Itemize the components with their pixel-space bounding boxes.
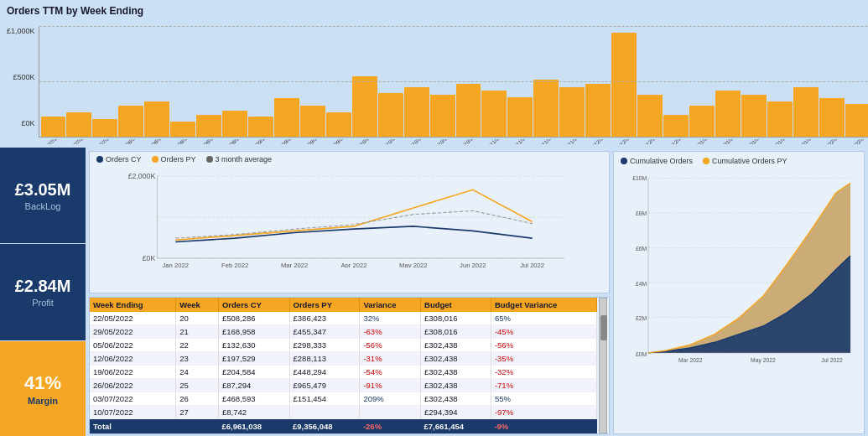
table-cell: 27 (176, 406, 219, 419)
bar-item (767, 101, 793, 137)
x-axis-label: 09/01/2022 (719, 139, 740, 144)
table-cell: 20 (176, 312, 219, 325)
x-axis-label: 16/01/2022 (745, 139, 766, 144)
line-chart-panel: Orders CY Orders PY 3 month average (89, 151, 610, 293)
table-cell: -54% (360, 366, 421, 379)
table-cell: 05/06/2022 (90, 339, 176, 352)
profit-label: Profit (32, 298, 54, 308)
x-axis-label: 13/02/2022 (849, 139, 868, 144)
x-axis-label: 31/10/2021 (458, 139, 479, 144)
table-cell: 10/07/2022 (90, 406, 176, 419)
footer-variance: -26% (360, 419, 421, 434)
table-cell: 22 (176, 339, 219, 352)
table-cell: £302,438 (421, 339, 491, 352)
bar-chart-title: Orders TTM by Week Ending (7, 5, 861, 17)
table-cell: 29/05/2022 (90, 325, 176, 339)
table-cell: -71% (491, 379, 596, 392)
table-cell: £386,423 (289, 312, 360, 325)
svg-text:Feb 2022: Feb 2022 (221, 262, 248, 267)
col-orders-cy: Orders CY (218, 298, 289, 312)
bar-item (456, 84, 481, 137)
table-cell: £151,454 (289, 392, 360, 406)
x-axis-label: 18/07/2021 (68, 139, 89, 144)
bar-item (326, 112, 351, 137)
x-axis-label: 19/09/2021 (302, 139, 323, 144)
table-scrollbar[interactable] (599, 298, 607, 433)
footer-orders-py: £9,356,048 (289, 419, 360, 434)
table-row: 12/06/202223£197,529£288,113-31%£302,438… (90, 352, 597, 366)
bar-chart-area: £1,000K £500K £0K 11/07/202118/07/202125… (7, 20, 861, 144)
data-table: Week Ending Week Orders CY Orders PY Var… (90, 298, 597, 433)
bar-item (689, 106, 715, 137)
svg-text:Jan 2022: Jan 2022 (163, 262, 189, 267)
kpi-backlog: £3.05M BackLog (0, 148, 86, 244)
x-axis-label: 10/10/2021 (380, 139, 401, 144)
bar-item (481, 91, 507, 137)
legend-cum-orders: Cumulative Orders (621, 157, 693, 165)
svg-text:Apr 2022: Apr 2022 (340, 262, 366, 267)
col-orders-py: Orders PY (289, 298, 360, 312)
bar-item (222, 111, 247, 137)
table-cell: £288,113 (289, 352, 360, 366)
table-cell: -63% (360, 325, 421, 339)
right-section: Cumulative Orders Cumulative Orders PY £… (613, 151, 865, 434)
x-axis-label: 30/01/2022 (797, 139, 818, 144)
bar-item (66, 112, 91, 137)
table-cell: 209% (360, 392, 421, 406)
bar-item (352, 76, 377, 137)
kpi-panel: £3.05M BackLog £2.84M Profit 41% Margin (0, 148, 86, 436)
x-axis-label: 29/08/2021 (224, 139, 245, 144)
kpi-profit: £2.84M Profit (0, 244, 86, 340)
x-axis-label: 12/12/2021 (615, 139, 636, 144)
legend-cum-orders-py: Cumulative Orders PY (703, 157, 787, 165)
table-cell: £204,584 (218, 366, 289, 379)
svg-text:£6M: £6M (636, 246, 647, 252)
x-axis-label: 07/11/2021 (484, 139, 505, 144)
table-cell (360, 406, 421, 419)
bar-item (715, 91, 741, 137)
table-cell: £87,294 (218, 379, 289, 392)
x-axis-label: 28/11/2021 (563, 139, 584, 144)
backlog-label: BackLog (25, 201, 61, 211)
table-panel: Week Ending Week Orders CY Orders PY Var… (89, 297, 610, 434)
table-cell: 26/06/2022 (90, 379, 176, 392)
table-cell: -91% (360, 379, 421, 392)
legend-label-cum-py: Cumulative Orders PY (712, 157, 787, 165)
svg-text:Jun 2022: Jun 2022 (460, 262, 486, 267)
bar-item (430, 95, 455, 137)
table-cell: £302,438 (421, 366, 491, 379)
footer-label: Total (90, 419, 218, 434)
footer-budget: £7,661,454 (421, 419, 491, 434)
profit-value: £2.84M (15, 276, 71, 296)
table-row: 19/06/202224£204,584£448,294-54%£302,438… (90, 366, 597, 379)
table-cell: 32% (360, 312, 421, 325)
table-cell: -45% (491, 325, 596, 339)
table-cell: £8,742 (218, 406, 289, 419)
col-week-ending: Week Ending (90, 298, 176, 312)
area-chart-legend: Cumulative Orders Cumulative Orders PY (621, 157, 857, 165)
table-cell: £298,333 (289, 339, 360, 352)
x-axis-label: 01/08/2021 (120, 139, 141, 144)
bar-item (663, 115, 689, 137)
svg-text:£8M: £8M (636, 210, 647, 216)
table-cell: £294,394 (421, 406, 491, 419)
svg-text:Jul 2022: Jul 2022 (821, 357, 843, 363)
svg-text:May 2022: May 2022 (399, 262, 428, 267)
svg-text:Mar 2022: Mar 2022 (678, 357, 703, 363)
y-label-1000k: £1,000K (7, 27, 35, 35)
bar-item (533, 80, 559, 137)
table-cell: -35% (491, 352, 596, 366)
legend-dot-cum-py (703, 158, 709, 164)
table-cell: 03/07/2022 (90, 392, 176, 406)
legend-label-cy: Orders CY (106, 155, 142, 164)
table-row: 29/05/202221£168,958£455,347-63%£308,016… (90, 325, 597, 339)
bar-item (41, 117, 66, 137)
kpi-margin: 41% Margin (0, 341, 86, 436)
svg-text:£10M: £10M (632, 175, 647, 181)
svg-text:May 2022: May 2022 (751, 357, 776, 364)
bar-item (793, 87, 819, 137)
table-cell: -56% (491, 339, 596, 352)
table-cell: 65% (491, 312, 596, 325)
bar-item (507, 97, 533, 137)
bar-item (741, 95, 767, 137)
